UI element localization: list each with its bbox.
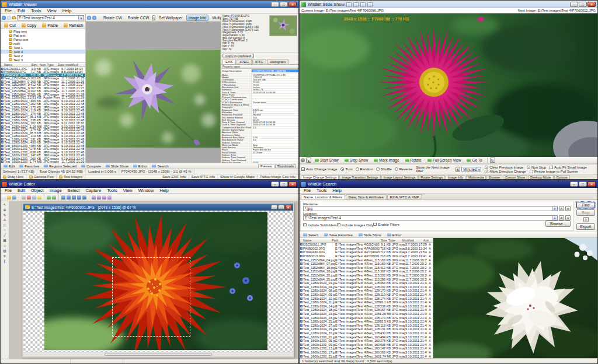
close-button[interactable]: ✕ (288, 2, 297, 7)
option-checkbox[interactable]: Auto Fit Small Image (550, 166, 587, 169)
menu-item[interactable]: File (2, 8, 15, 13)
metadata-tab[interactable]: JPEG (237, 59, 252, 64)
maximize-button[interactable]: □ (280, 2, 288, 7)
text-tool[interactable]: A (4, 218, 6, 222)
result-preview-pane[interactable] (433, 238, 597, 358)
table-row[interactable]: P7060013.JPG E:\Test images\Test 4\P7060… (300, 254, 433, 258)
titlebar-tool-icon[interactable] (367, 2, 373, 7)
copy-to-clipboard-button[interactable]: Copy to Clipboard (222, 54, 254, 58)
mode-radio[interactable]: Random (356, 167, 374, 171)
location-input[interactable]: E:\Test images\Test 4▾ (303, 215, 558, 220)
settings-tab[interactable]: Multimedia (466, 175, 486, 179)
minimize-button[interactable]: ─ (570, 2, 578, 7)
table-row[interactable]: Test_1280x1024_18.jpg E:\Test images\Tes… (300, 308, 433, 312)
bottom-toolbar-button[interactable]: Favorites (18, 164, 41, 169)
option-checkbox[interactable]: Allow Direction Change (485, 170, 526, 173)
geo-link[interactable]: Pickup Image Geo Info (258, 174, 298, 179)
help-icon[interactable]: ? (583, 217, 589, 222)
results-toolbar-button[interactable]: Slide Show (356, 233, 384, 237)
menu-item[interactable]: Image (47, 188, 65, 193)
slideshow-control-button[interactable]: Go To (464, 157, 484, 163)
open-icon[interactable] (7, 195, 11, 200)
settings-tab[interactable]: Options (554, 175, 570, 179)
settings-tab[interactable]: Browse (486, 175, 502, 179)
toolbar-button[interactable]: Cut (2, 22, 18, 29)
search-tab[interactable]: Name, Location & Filters (301, 194, 345, 200)
tree-item[interactable]: Test 2 (1, 54, 85, 58)
location-history-button[interactable]: A (559, 215, 564, 220)
menu-item[interactable]: Tools (28, 8, 44, 13)
bottom-toolbar-button[interactable]: Editor (131, 164, 150, 169)
chevron-down-icon[interactable]: ▾ (552, 216, 557, 220)
print-icon[interactable] (22, 195, 26, 200)
table-row[interactable]: Test_1152x864_04.jpg E:\Test images\Test… (300, 258, 433, 262)
line-tool[interactable]: ╱ (4, 233, 6, 237)
zoom-stepper[interactable]: 1 (152, 15, 155, 20)
results-toolbar-button[interactable]: Save Favorites (322, 233, 355, 237)
doc-close-button[interactable]: ✕ (285, 205, 291, 209)
interval-unit-select[interactable]: Minutes▾ (461, 167, 481, 172)
stop-button[interactable]: Stop (576, 209, 595, 216)
settings-tab[interactable]: Desktop Mode (528, 175, 553, 179)
filename-history-button[interactable]: A (559, 206, 564, 211)
metadata-tab[interactable]: IPTC (252, 59, 266, 64)
table-row[interactable]: Test_1152x864_20.jpg E:\Test images\Test… (300, 274, 433, 278)
doc-minimize-button[interactable]: ─ (271, 205, 277, 209)
gear-icon[interactable] (301, 158, 305, 162)
zoom-tool[interactable]: ⊕ (3, 208, 6, 212)
table-row[interactable]: Test_1280x1024_21.jpg E:\Test images\Tes… (300, 312, 433, 316)
redo-icon[interactable] (52, 195, 56, 200)
search-tab[interactable]: Date, Size & Attributes (346, 194, 387, 200)
table-row[interactable]: Test_1152x864_25.jpg E:\Test images\Test… (300, 277, 433, 281)
table-row[interactable]: Test_1600x1200_01.jpg E:\Test images\Tes… (300, 335, 433, 339)
close-button[interactable]: ✕ (587, 181, 596, 187)
cut-icon[interactable] (27, 195, 31, 200)
eraser-tool[interactable]: ▨ (3, 249, 6, 253)
new-icon[interactable] (2, 195, 6, 200)
toolbar-button[interactable]: Paste (40, 22, 60, 29)
settings-tab[interactable]: Image Info (446, 175, 465, 179)
table-row[interactable]: P7040430.JPG E:\Test images\Test 4\P7040… (300, 250, 433, 254)
search-option-checkbox[interactable]: Include Images Only (337, 223, 374, 227)
filename-clear-button[interactable]: ✕ (565, 206, 571, 211)
menu-item[interactable]: Edit (15, 188, 28, 193)
tree-item[interactable]: Test 1 (1, 46, 85, 50)
geo-link[interactable]: Show in Google Maps (218, 174, 258, 179)
geo-link[interactable]: Save IPTC Info (189, 174, 218, 179)
search-option-checkbox[interactable]: Enable Filters (373, 222, 399, 226)
spin-buttons[interactable]: ▴ (306, 158, 311, 163)
table-row[interactable]: Test_1600x1200_13.jpg E:\Test images\Tes… (300, 346, 433, 351)
table-row[interactable]: Test_1280x1024_11.jpg E:\Test images\Tes… (300, 300, 433, 304)
prev-image-icon[interactable] (87, 16, 91, 20)
mode-radio[interactable]: Reverse (395, 167, 412, 171)
menu-item[interactable]: Capture (82, 188, 104, 193)
settings-tab[interactable]: Custom Show (503, 175, 527, 179)
minimize-button[interactable]: ─ (271, 181, 279, 187)
grid-icon[interactable] (107, 195, 112, 200)
tree-item[interactable]: Pano test (1, 37, 85, 41)
menu-item[interactable]: Window (135, 188, 157, 193)
close-button[interactable]: ✕ (288, 181, 297, 187)
toolbar-button[interactable]: Copy (19, 22, 39, 29)
interval-stepper[interactable]: 5 (456, 167, 460, 172)
tree-item[interactable]: Test 5 (1, 62, 85, 63)
maximize-button[interactable]: □ (579, 181, 587, 187)
rotate-cw-button[interactable]: Rotate CW (101, 15, 124, 21)
settings-tab[interactable]: Rotate Settings (418, 175, 445, 179)
chevron-down-icon[interactable]: ▾ (78, 16, 84, 20)
resize-icon[interactable] (97, 195, 101, 200)
slideshow-control-button[interactable]: Mark Image (371, 157, 401, 163)
favorite-shortcut[interactable]: Drag Here (1, 174, 27, 179)
find-button[interactable]: Find (576, 202, 595, 208)
slideshow-control-button[interactable]: Full Screen View (425, 157, 464, 163)
shape-tool[interactable]: ◇ (4, 243, 6, 247)
table-row[interactable]: Test_1280x1024_10.jpg E:\Test images\Tes… (300, 296, 433, 300)
path-combobox[interactable]: E:\Test images\Test 4 ▾ (17, 15, 84, 20)
maximize-button[interactable]: □ (280, 181, 288, 187)
settings-tab[interactable]: Image Layout Settings (381, 175, 418, 179)
undo-icon[interactable] (47, 195, 51, 200)
menu-item[interactable]: Tools (314, 188, 330, 193)
table-row[interactable]: Test_1280x1024_27.jpg E:\Test images\Tes… (300, 323, 433, 327)
table-row[interactable]: PA080002.JPG E:\Test images\Test 4\PA080… (300, 247, 433, 251)
rotate-ccw-button[interactable]: Rotate CCW (126, 15, 151, 21)
